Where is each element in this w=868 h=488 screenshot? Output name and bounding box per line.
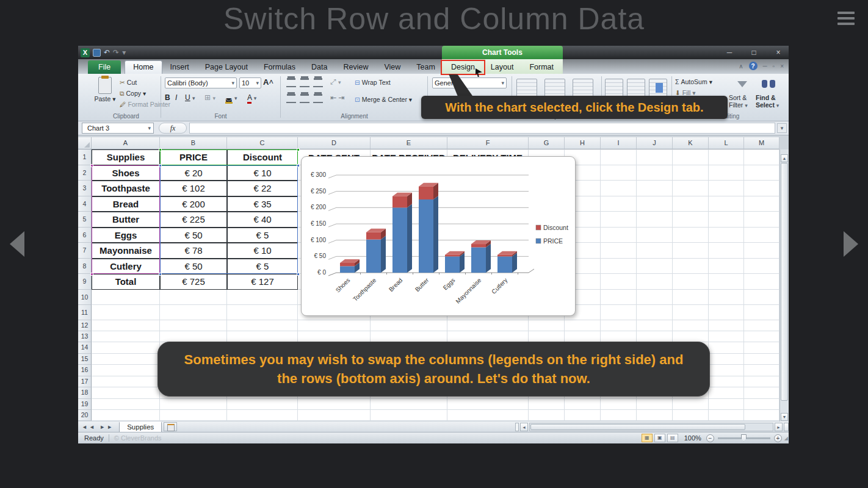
zoom-slider[interactable]	[718, 437, 770, 439]
grid-cell-M16[interactable]	[744, 365, 779, 376]
next-arrow-icon[interactable]	[844, 231, 858, 257]
grid-cell-C6[interactable]: € 5	[227, 228, 298, 243]
grid-cell-B6[interactable]: € 50	[160, 228, 227, 243]
column-header-J[interactable]: J	[637, 137, 673, 149]
grid-cell-M10[interactable]	[744, 290, 779, 305]
grid-cell-B2[interactable]: € 20	[160, 165, 227, 181]
grid-cell-M13[interactable]	[744, 331, 779, 342]
prev-arrow-icon[interactable]	[10, 231, 24, 257]
grid-cell-M5[interactable]	[744, 212, 779, 228]
grid-cell-J19[interactable]	[637, 399, 673, 410]
grid-cell-K7[interactable]	[673, 243, 709, 259]
grid-cell-A14[interactable]	[92, 342, 160, 353]
grid-cell-L14[interactable]	[709, 342, 744, 353]
grid-cell-M8[interactable]	[744, 259, 779, 274]
grid-cell-I2[interactable]	[601, 165, 637, 181]
grid-cell-A2[interactable]: Shoes	[92, 165, 160, 181]
grid-cell-L8[interactable]	[709, 259, 744, 274]
conditional-formatting-icon[interactable]	[516, 79, 537, 97]
grid-cell-I7[interactable]	[601, 243, 637, 259]
grid-cell-I19[interactable]	[601, 399, 637, 410]
grid-cell-J4[interactable]	[637, 196, 673, 212]
grid-cell-A11[interactable]	[92, 305, 160, 320]
minimize-button[interactable]: ─	[723, 47, 736, 58]
help-icon[interactable]: ?	[749, 62, 758, 70]
grid-cell-J8[interactable]	[637, 259, 673, 274]
scroll-up-icon[interactable]: ▲	[781, 154, 788, 162]
grid-cell-K9[interactable]	[673, 274, 709, 290]
tab-file[interactable]: File	[88, 60, 121, 74]
chart[interactable]: € 0€ 50€ 100€ 150€ 200€ 250€ 300ShoesToo…	[301, 156, 576, 316]
grid-cell-M2[interactable]	[744, 165, 779, 181]
grid-cell-C2[interactable]: € 10	[227, 165, 298, 181]
grid-cell-E13[interactable]	[371, 331, 447, 342]
grid-cell-J10[interactable]	[637, 290, 673, 305]
grid-cell-K11[interactable]	[673, 305, 709, 320]
column-header-F[interactable]: F	[447, 137, 529, 149]
name-box[interactable]: Chart 3▾	[82, 123, 154, 134]
align-top-icon[interactable]	[286, 80, 296, 87]
column-header-D[interactable]: D	[298, 137, 371, 149]
grid-cell-M9[interactable]	[744, 274, 779, 290]
grid-cell-C12[interactable]	[227, 320, 298, 331]
grid-cell-K20[interactable]	[673, 410, 709, 421]
grid-cell-C9[interactable]: € 127	[227, 274, 298, 290]
find-select-button[interactable]: Find &Select ▾	[756, 94, 779, 109]
formula-expand-icon[interactable]: ▾	[777, 123, 787, 133]
grid-cell-A5[interactable]: Butter	[92, 212, 160, 228]
fill-color-button[interactable]: ◛ ▾	[225, 93, 237, 102]
hscroll-left-icon[interactable]: ◄	[520, 423, 528, 431]
row-header-18[interactable]: 18	[78, 387, 92, 398]
grid-cell-L3[interactable]	[709, 181, 744, 196]
maximize-button[interactable]: □	[747, 47, 761, 58]
grid-cell-L7[interactable]	[709, 243, 744, 259]
undo-icon[interactable]: ↶	[104, 48, 110, 57]
grid-cell-B20[interactable]	[160, 410, 227, 421]
row-header-8[interactable]: 8	[78, 259, 92, 274]
row-header-3[interactable]: 3	[78, 181, 92, 196]
grid-cell-A17[interactable]	[92, 376, 160, 387]
grid-cell-J1[interactable]	[637, 149, 673, 165]
grid-cell-M14[interactable]	[744, 342, 779, 353]
column-header-A[interactable]: A	[92, 137, 160, 149]
row-header-12[interactable]: 12	[78, 320, 92, 331]
grid-cell-I8[interactable]	[601, 259, 637, 274]
select-all-corner[interactable]	[78, 137, 92, 149]
grid-cell-A10[interactable]	[92, 290, 160, 305]
row-header-7[interactable]: 7	[78, 243, 92, 259]
grid-cell-J13[interactable]	[637, 331, 673, 342]
grid-cell-D12[interactable]	[298, 320, 371, 331]
grid-cell-I10[interactable]	[601, 290, 637, 305]
column-header-C[interactable]: C	[227, 137, 298, 149]
tab-insert[interactable]: Insert	[162, 60, 197, 74]
grid-cell-L20[interactable]	[709, 410, 744, 421]
grid-cell-A20[interactable]	[92, 410, 160, 421]
column-header-M[interactable]: M	[744, 137, 779, 149]
sheet-tab-supplies[interactable]: Supplies	[119, 422, 162, 432]
bold-button[interactable]: B	[165, 93, 170, 102]
number-format-combo[interactable]: General▾	[432, 77, 507, 88]
sheet-nav-icons[interactable]: ◄◄ ►►	[82, 424, 114, 430]
doc-minimize-icon[interactable]: ─	[763, 62, 767, 71]
grid-cell-M4[interactable]	[744, 196, 779, 212]
grid-cell-I4[interactable]	[601, 196, 637, 212]
grid-cell-B1[interactable]: PRICE	[160, 149, 227, 165]
hscroll-right-icon[interactable]: ►	[775, 423, 783, 431]
grid-cell-L10[interactable]	[709, 290, 744, 305]
tab-page-layout[interactable]: Page Layout	[197, 60, 256, 74]
grid-cell-D20[interactable]	[298, 410, 371, 421]
grid-cell-J6[interactable]	[637, 228, 673, 243]
grid-cell-A9[interactable]: Total	[92, 274, 160, 290]
font-size-combo[interactable]: 10▾	[239, 77, 261, 88]
grid-cell-F12[interactable]	[447, 320, 529, 331]
zoom-in-icon[interactable]: +	[774, 434, 782, 442]
borders-button[interactable]: ⊞ ▾	[204, 93, 215, 102]
grid-cell-F19[interactable]	[447, 399, 529, 410]
grid-cell-L6[interactable]	[709, 228, 744, 243]
format-cells-icon[interactable]	[649, 79, 667, 97]
fx-icon[interactable]: fx	[159, 123, 187, 134]
grid-cell-J2[interactable]	[637, 165, 673, 181]
grid-cell-J7[interactable]	[637, 243, 673, 259]
row-header-15[interactable]: 15	[78, 354, 92, 365]
tab-format[interactable]: Format	[521, 60, 562, 74]
